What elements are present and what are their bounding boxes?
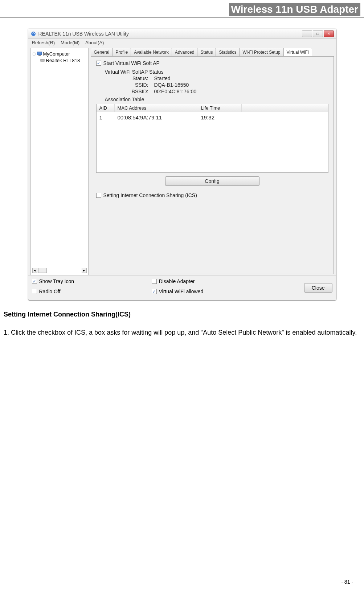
window-buttons: — □ ✕ [302,30,334,37]
header-rule [0,17,364,18]
bottom-left: ✓ Show Tray Icon Radio Off [32,278,152,297]
doc-paragraph: 1. Click the checkbox of ICS, a box asks… [4,326,360,340]
tree-panel: ⊟ MyComputer Realtek RTL818 ◂ ▸ [30,48,89,275]
window-title: REALTEK 11n USB Wireless LAN Utility [38,31,302,37]
tab-statistics[interactable]: Statistics [216,48,240,56]
minimize-button[interactable]: — [302,30,312,37]
right-panel: General Profile Available Network Advanc… [91,48,334,275]
svg-rect-3 [41,59,44,61]
menu-refresh[interactable]: Refresh(R) [32,40,55,45]
doc-text: Setting Internet Connection Sharing(ICS)… [0,308,364,340]
assoc-table: AID MAC Address Life Time 1 00:08:54:9A:… [96,104,328,173]
tree-scrollbar[interactable]: ◂ ▸ [32,268,87,273]
ics-row: Setting Internet Connection Sharing (ICS… [96,192,328,198]
ssid-label: SSID: [119,82,148,88]
adapter-icon [40,57,45,63]
tree-root-label: MyComputer [43,51,70,57]
config-button[interactable]: Config [165,176,259,186]
app-window: REALTEK 11n USB Wireless LAN Utility — □… [28,29,336,301]
col-mac[interactable]: MAC Address [115,104,198,112]
disable-adapter-checkbox[interactable] [152,279,157,284]
titlebar: REALTEK 11n USB Wireless LAN Utility — □… [28,29,336,39]
menu-about[interactable]: About(A) [85,40,104,45]
bottom-right: Close [304,283,332,293]
assoc-table-header: AID MAC Address Life Time [97,104,328,112]
app-icon [30,31,36,37]
assoc-table-title: Association Table [105,97,328,102]
page-number: - 81 - [341,579,353,585]
tabstrip: General Profile Available Network Advanc… [91,48,334,56]
tree-collapse-icon[interactable]: ⊟ [32,52,36,56]
close-button[interactable]: Close [304,283,332,293]
scroll-left-icon[interactable]: ◂ [32,268,37,273]
bssid-value: 00:E0:4C:81:76:00 [154,89,197,94]
bottom-bar: ✓ Show Tray Icon Radio Off Disable Adapt… [28,275,336,300]
menubar: Refresh(R) Mode(M) About(A) [28,39,336,46]
virtual-allowed-label: Virtual WiFi allowed [159,289,204,294]
scroll-thumb[interactable] [38,268,47,273]
menu-mode[interactable]: Mode(M) [61,40,79,45]
softap-status-block: Virtual WiFi SoftAP Status Status: Start… [105,69,328,94]
svg-rect-2 [38,55,41,56]
start-ap-checkbox[interactable]: ✓ [96,61,101,66]
col-aid[interactable]: AID [97,104,115,112]
tree-child[interactable]: Realtek RTL818 [32,57,87,64]
tab-available-network[interactable]: Available Network [131,48,172,56]
page-header-title: Wireless 11n USB Adapter [229,3,360,16]
cell-life: 19:32 [198,114,242,121]
status-label: Status: [119,75,148,81]
tab-wifi-protect[interactable]: Wi-Fi Protect Setup [239,48,283,56]
tree-root[interactable]: ⊟ MyComputer [32,50,87,57]
show-tray-label: Show Tray Icon [39,278,74,284]
doc-heading: Setting Internet Connection Sharing(ICS) [4,308,360,322]
radio-off-checkbox[interactable] [32,289,37,294]
ics-checkbox[interactable] [96,193,101,198]
tab-general[interactable]: General [91,48,113,56]
tab-status[interactable]: Status [197,48,216,56]
bssid-label: BSSID: [119,89,148,94]
maximize-button[interactable]: □ [313,30,323,37]
page-header: Wireless 11n USB Adapter [0,0,364,17]
tab-content: ✓ Start Virtual WiFi Soft AP Virtual WiF… [91,56,334,274]
softap-status-title: Virtual WiFi SoftAP Status [105,69,328,75]
body-area: ⊟ MyComputer Realtek RTL818 ◂ ▸ [28,46,336,275]
ssid-value: DQA-B1-16550 [154,82,189,88]
scroll-right-icon[interactable]: ▸ [82,268,87,273]
close-window-button[interactable]: ✕ [324,30,334,37]
bottom-mid: Disable Adapter ✓ Virtual WiFi allowed [152,278,304,297]
computer-icon [37,51,42,57]
tree-child-label: Realtek RTL818 [46,58,80,63]
ics-label: Setting Internet Connection Sharing (ICS… [103,192,197,198]
col-life[interactable]: Life Time [198,104,242,112]
radio-off-label: Radio Off [39,289,61,294]
show-tray-checkbox[interactable]: ✓ [32,279,37,284]
status-value: Started [154,75,171,81]
tab-virtual-wifi[interactable]: Virtual WiFi [283,48,312,56]
table-row[interactable]: 1 00:08:54:9A:79:11 19:32 [97,112,328,123]
svg-point-0 [31,32,36,36]
disable-adapter-label: Disable Adapter [159,278,195,284]
svg-rect-1 [37,52,42,55]
tab-advanced[interactable]: Advanced [172,48,197,56]
start-ap-label: Start Virtual WiFi Soft AP [103,60,160,66]
virtual-allowed-checkbox[interactable]: ✓ [152,289,157,294]
cell-aid: 1 [97,114,115,121]
tab-profile[interactable]: Profile [112,48,131,56]
start-ap-row: ✓ Start Virtual WiFi Soft AP [96,60,328,66]
cell-mac: 00:08:54:9A:79:11 [115,114,198,121]
